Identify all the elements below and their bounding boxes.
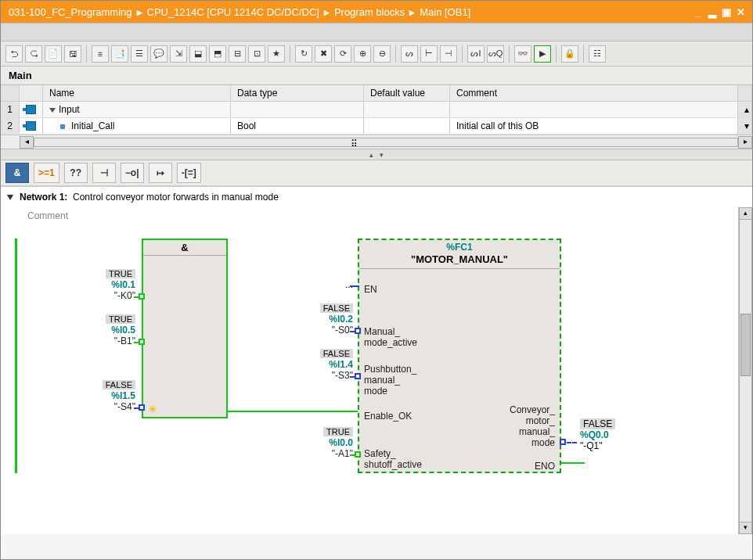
row-icon xyxy=(20,118,43,134)
restore-button[interactable]: ▂ xyxy=(705,6,719,18)
network-header[interactable]: Network 1: Control conveyor motor forwar… xyxy=(1,187,752,207)
expand-icon[interactable] xyxy=(49,108,56,113)
toolbar-btn[interactable]: ᔕI xyxy=(467,45,485,63)
node xyxy=(355,451,361,458)
node xyxy=(355,328,361,334)
fc-block[interactable]: %FC1 "MOTOR_MANUAL" EN Manual_ mode_acti… xyxy=(358,239,561,473)
hdr-name[interactable]: Name xyxy=(43,85,231,101)
scroll-up-icon[interactable]: ▴ xyxy=(739,207,752,220)
toolbar-btn[interactable]: ↻ xyxy=(295,45,312,63)
signal[interactable]: TRUE %I0.5 "-B1" xyxy=(79,314,135,346)
row-name[interactable]: Initial_Call xyxy=(43,118,231,134)
close-button[interactable]: ✕ xyxy=(733,6,748,18)
fc-port-eno: ENO xyxy=(535,461,555,472)
signal[interactable]: FALSE %I1.5 "-S4" xyxy=(79,379,135,412)
toolbar-btn[interactable]: ✖ xyxy=(315,45,332,63)
scroll-down-icon[interactable]: ▾ xyxy=(738,118,752,134)
node xyxy=(139,293,145,300)
toolbar-btn[interactable]: ▶ xyxy=(534,45,551,63)
scroll-left-icon[interactable]: ◂ xyxy=(20,136,34,149)
lad-and-button[interactable]: & xyxy=(5,163,29,183)
signal[interactable]: TRUE %I0.0 "-A1" xyxy=(304,426,353,459)
toolbar-btn[interactable]: 🔒 xyxy=(561,45,578,63)
scroll-track[interactable] xyxy=(739,220,752,522)
canvas-vscroll[interactable]: ▴ ▾ xyxy=(738,207,752,534)
toolbar-btn[interactable]: 💬 xyxy=(150,45,168,63)
scroll-thumb[interactable] xyxy=(740,314,751,376)
hdr-dtype[interactable]: Data type xyxy=(231,85,364,101)
network-comment[interactable]: Comment xyxy=(27,210,68,221)
signal[interactable]: ... xyxy=(322,279,353,290)
toolbar-btn[interactable]: ☷ xyxy=(589,45,606,63)
network-title[interactable]: Control conveyor motor forwards in manua… xyxy=(73,192,279,203)
toolbar-btn[interactable]: ⇲ xyxy=(170,45,187,63)
toolbar-btn[interactable]: ⮎ xyxy=(25,45,42,63)
hdr-comment[interactable]: Comment xyxy=(450,85,738,101)
grid-row[interactable]: 2 Initial_Call Bool Initial call of this… xyxy=(1,118,752,135)
breadcrumb-0[interactable]: 031-100_FC_Programming xyxy=(5,6,135,18)
lad-or-button[interactable]: >=1 xyxy=(34,163,59,183)
toolbar-btn[interactable]: 👓 xyxy=(514,45,531,63)
breadcrumb-2[interactable]: Program blocks xyxy=(331,6,408,18)
toolbar-btn[interactable]: ⊢ xyxy=(420,45,438,63)
lad-empty-button[interactable]: ?? xyxy=(64,163,88,183)
row-icon xyxy=(20,102,43,117)
and-block[interactable]: & xyxy=(142,239,228,418)
maximize-button[interactable]: ▣ xyxy=(719,6,733,18)
lad-contact-button[interactable]: ⊣ xyxy=(92,163,116,183)
toolbar-btn[interactable]: ⬓ xyxy=(189,45,207,63)
hdr-def[interactable]: Default value xyxy=(364,85,450,101)
scroll-down-icon[interactable]: ▾ xyxy=(739,522,752,534)
row-dtype[interactable] xyxy=(231,102,364,117)
scroll-track[interactable]: ⠿ xyxy=(34,138,738,147)
grid-corner2 xyxy=(20,85,43,101)
minimize-button[interactable]: _ xyxy=(691,6,705,18)
row-comment[interactable] xyxy=(450,102,738,117)
wire-eno xyxy=(561,462,585,464)
toolbar-btn[interactable]: ᔕ xyxy=(401,45,418,63)
toolbar-btn[interactable]: ⊕ xyxy=(354,45,371,63)
breadcrumb-1[interactable]: CPU_1214C [CPU 1214C DC/DC/DC] xyxy=(144,6,322,18)
ladder-canvas[interactable]: Comment & TRUE %I0.1 "-K0" TRUE %I0.5 "-… xyxy=(1,207,738,534)
signal[interactable]: FALSE %I0.2 "-S0" xyxy=(304,303,353,336)
toolbar-btn[interactable]: ⊣ xyxy=(440,45,457,63)
scroll-right-icon[interactable]: ▸ xyxy=(738,136,752,149)
toolbar-btn[interactable]: ★ xyxy=(268,45,285,63)
toolbar-btn[interactable]: ⬒ xyxy=(209,45,226,63)
title-bar: 031-100_FC_Programming ▸ CPU_1214C [CPU … xyxy=(1,1,752,23)
row-def[interactable] xyxy=(364,118,450,134)
scroll-up-icon[interactable]: ▴ xyxy=(738,102,752,117)
toolbar-btn[interactable]: 🖫 xyxy=(64,45,81,63)
toolbar-btn[interactable]: ⊖ xyxy=(373,45,391,63)
collapse-icon[interactable] xyxy=(7,195,13,200)
row-def[interactable] xyxy=(364,102,450,117)
toolbar-btn[interactable]: ☰ xyxy=(131,45,148,63)
splitter[interactable]: ▴▾ xyxy=(1,149,752,160)
signal-out[interactable]: FALSE %Q0.0 "-Q1" xyxy=(580,418,615,451)
fc-port-enok: Enable_OK xyxy=(364,411,412,422)
signal[interactable]: TRUE %I0.1 "-K0" xyxy=(79,268,135,301)
and-op: & xyxy=(143,240,226,256)
grid-hscroll[interactable]: ◂ ⠿ ▸ xyxy=(1,135,752,149)
breadcrumb-3[interactable]: Main [OB1] xyxy=(416,6,474,18)
toolbar-btn[interactable]: 📄 xyxy=(45,45,62,63)
row-comment[interactable]: Initial call of this OB xyxy=(450,118,738,134)
fc-port-safety: Safety_ shutoff_active xyxy=(364,448,422,470)
grid-row[interactable]: 1 Input ▴ xyxy=(1,102,752,118)
lad-branch-button[interactable]: ↦ xyxy=(149,163,172,183)
toolbar-btn[interactable]: ⟳ xyxy=(334,45,351,63)
toolbar-btn[interactable]: ⊡ xyxy=(248,45,265,63)
toolbar-btn[interactable]: ≡ xyxy=(92,45,109,63)
block-title: Main xyxy=(1,66,752,85)
toolbar-btn[interactable]: 📑 xyxy=(111,45,128,63)
signal[interactable]: FALSE %I1.4 "-S3" xyxy=(304,348,353,381)
lad-ncontact-button[interactable]: −o| xyxy=(121,163,144,183)
power-rail xyxy=(15,239,17,473)
toolbar-btn[interactable]: ᔕQ xyxy=(487,45,504,63)
toolbar-btn[interactable]: ⊟ xyxy=(229,45,246,63)
editor-toolbar: ⮌ ⮎ 📄 🖫 ≡ 📑 ☰ 💬 ⇲ ⬓ ⬒ ⊟ ⊡ ★ ↻ ✖ ⟳ ⊕ ⊖ ᔕ … xyxy=(1,41,752,66)
row-name[interactable]: Input xyxy=(43,102,231,117)
lad-coil-button[interactable]: -[=] xyxy=(177,163,201,183)
row-dtype[interactable]: Bool xyxy=(231,118,364,134)
toolbar-btn[interactable]: ⮌ xyxy=(5,45,23,63)
